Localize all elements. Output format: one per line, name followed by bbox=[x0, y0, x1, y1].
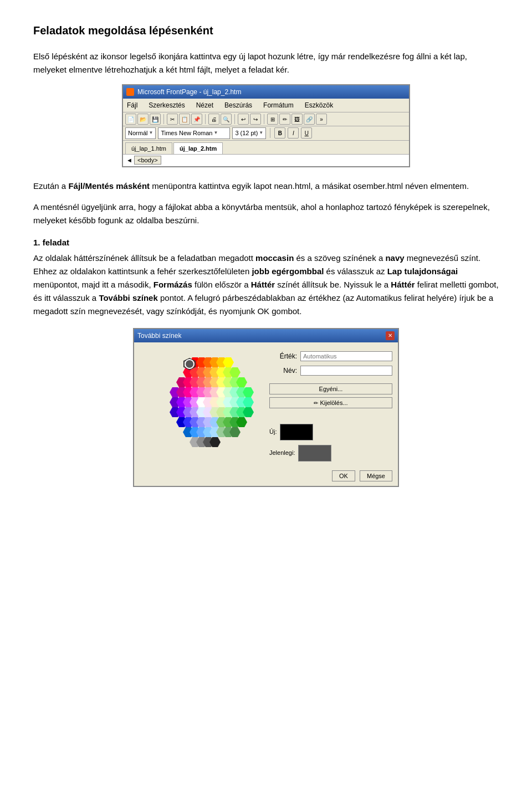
btn-italic[interactable]: I bbox=[288, 127, 299, 139]
paragraph-1: Első lépésként az ikonsor legelső ikonjá… bbox=[33, 50, 499, 76]
color-current-row: Jelenlegi: bbox=[269, 445, 392, 462]
tab2-label: új_lap_2.htm bbox=[180, 145, 217, 152]
style-value: Normál bbox=[128, 129, 147, 138]
label-ertek: Érték: bbox=[269, 351, 297, 361]
label-nev: Név: bbox=[269, 366, 297, 376]
btn-egyeni[interactable]: Egyéni... bbox=[269, 383, 392, 394]
input-ertek[interactable] bbox=[300, 351, 392, 361]
fp-app-icon bbox=[126, 88, 134, 96]
btn-preview[interactable]: 🔍 bbox=[221, 114, 232, 125]
dialog-titlebar: További színek ✕ bbox=[134, 329, 398, 342]
menu-formatum[interactable]: Formátum bbox=[262, 100, 295, 111]
bold-lap-tulajdonsagai: Lap tulajdonságai bbox=[387, 266, 458, 276]
btn-bold[interactable]: B bbox=[274, 127, 285, 139]
btn-save[interactable]: 💾 bbox=[150, 114, 161, 125]
menu-fajl[interactable]: Fájl bbox=[125, 100, 139, 111]
btn-copy[interactable]: 📋 bbox=[179, 114, 190, 125]
fp-menubar: Fájl Szerkesztés Nézet Beszúrás Formátum… bbox=[123, 99, 409, 112]
btn-draw[interactable]: ✏ bbox=[279, 114, 290, 125]
bold-tovabbi-szinek: További színek bbox=[99, 293, 157, 302]
bold-jobb-eger: jobb egérgombbal bbox=[252, 266, 324, 276]
btn-kijoles-label: Kijelölés... bbox=[320, 399, 347, 406]
dialog-right-panel: Érték: Név: Egyéni... ✏ Kijelölés... Új: bbox=[269, 348, 392, 462]
btn-kijoles[interactable]: ✏ Kijelölés... bbox=[269, 397, 392, 408]
eyedropper-icon: ✏ bbox=[314, 400, 318, 406]
dialog-close-button[interactable]: ✕ bbox=[386, 331, 395, 340]
fp-title-text: Microsoft FrontPage - új_lap_2.htm bbox=[137, 87, 241, 97]
field-ertek: Érték: bbox=[269, 351, 392, 361]
dialog-content: Érték: Név: Egyéni... ✏ Kijelölés... Új: bbox=[134, 342, 398, 467]
menu-beszuras[interactable]: Beszúrás bbox=[223, 100, 254, 111]
fp-format-bar: Normál ▼ Times New Roman ▼ 3 (12 pt) ▼ B… bbox=[123, 126, 409, 141]
tab-lap2[interactable]: új_lap_2.htm bbox=[173, 142, 223, 155]
btn-redo[interactable]: ↪ bbox=[250, 114, 261, 125]
color-dialog: További színek ✕ bbox=[133, 328, 399, 487]
menu-nezet[interactable]: Nézet bbox=[195, 100, 215, 111]
fp-titlebar: Microsoft FrontPage - új_lap_2.htm bbox=[123, 85, 409, 99]
menu-eszkozok[interactable]: Eszközök bbox=[303, 100, 335, 111]
fp-tabs: új_lap_1.htm új_lap_2.htm bbox=[123, 141, 409, 155]
paragraph-3: A mentésnél ügyeljünk arra, hogy a fájlo… bbox=[33, 201, 499, 227]
btn-cut[interactable]: ✂ bbox=[167, 114, 178, 125]
toolbar-sep-1 bbox=[163, 114, 164, 124]
btn-new[interactable]: 📄 bbox=[125, 114, 136, 125]
tab-lap1[interactable]: új_lap_1.htm bbox=[125, 142, 172, 155]
color-moccasin: moccasin bbox=[255, 253, 294, 263]
format-sep-1 bbox=[270, 128, 270, 138]
fp-toolbar: 📄 📂 💾 ✂ 📋 📌 🖨 🔍 ↩ ↪ ⊞ ✏ 🖼 🔗 » bbox=[123, 112, 409, 126]
size-value: 3 (12 pt) bbox=[235, 129, 258, 138]
bold-formazas: Formázás bbox=[154, 280, 192, 289]
paragraph-2: Ezután a Fájl/Mentés másként menüpontra … bbox=[33, 180, 499, 193]
btn-more[interactable]: » bbox=[316, 114, 327, 125]
input-nev[interactable] bbox=[300, 366, 392, 376]
color-wheel[interactable] bbox=[145, 349, 256, 460]
bold-hatter2: Háttér bbox=[391, 280, 415, 289]
toolbar-sep-2 bbox=[205, 114, 206, 124]
btn-cancel[interactable]: Mégse bbox=[360, 470, 392, 481]
color-wheel-container bbox=[140, 348, 262, 462]
section1-body: Az oldalak háttérszínének állítsuk be a … bbox=[33, 252, 499, 318]
size-select[interactable]: 3 (12 pt) ▼ bbox=[232, 127, 266, 139]
label-uj: Új: bbox=[269, 427, 277, 437]
frontpage-screenshot: Microsoft FrontPage - új_lap_2.htm Fájl … bbox=[122, 84, 410, 167]
btn-paste[interactable]: 📌 bbox=[191, 114, 202, 125]
font-value: Times New Roman bbox=[161, 129, 212, 138]
bold-hatter: Háttér bbox=[251, 280, 275, 289]
bold-fajl-mentes: Fájl/Mentés másként bbox=[68, 181, 150, 191]
btn-undo[interactable]: ↩ bbox=[238, 114, 249, 125]
fp-tag-bar: ◄ <body> bbox=[123, 154, 409, 166]
color-preview-new bbox=[280, 424, 313, 440]
body-tag: <body> bbox=[134, 156, 161, 165]
nav-arrow-left[interactable]: ◄ bbox=[126, 157, 132, 163]
btn-ok[interactable]: OK bbox=[332, 470, 355, 481]
section1-heading: 1. feladat bbox=[33, 236, 499, 249]
dialog-footer: OK Mégse bbox=[134, 467, 398, 486]
svg-point-84 bbox=[185, 360, 194, 368]
field-nev: Név: bbox=[269, 366, 392, 376]
toolbar-sep-4 bbox=[264, 114, 264, 124]
btn-image[interactable]: 🖼 bbox=[291, 114, 303, 125]
color-preview-row: Új: bbox=[269, 424, 392, 440]
btn-underline[interactable]: U bbox=[301, 127, 312, 139]
font-select[interactable]: Times New Roman ▼ bbox=[158, 127, 230, 139]
font-arrow: ▼ bbox=[214, 130, 218, 136]
style-select[interactable]: Normál ▼ bbox=[125, 127, 156, 139]
dialog-title: További színek bbox=[137, 331, 181, 341]
color-navy: navy bbox=[385, 253, 404, 263]
toolbar-sep-3 bbox=[234, 114, 235, 124]
btn-table[interactable]: ⊞ bbox=[267, 114, 278, 125]
btn-print[interactable]: 🖨 bbox=[208, 114, 219, 125]
color-preview-current bbox=[298, 445, 331, 462]
page-title: Feladatok megoldása lépésenként bbox=[33, 22, 499, 39]
tab1-label: új_lap_1.htm bbox=[131, 145, 166, 152]
style-arrow: ▼ bbox=[149, 130, 153, 136]
btn-open[interactable]: 📂 bbox=[137, 114, 149, 125]
menu-szerkesztes[interactable]: Szerkesztés bbox=[147, 100, 186, 111]
label-jelenlegi: Jelenlegi: bbox=[269, 448, 295, 458]
size-arrow: ▼ bbox=[259, 130, 263, 136]
btn-hyperlink[interactable]: 🔗 bbox=[304, 114, 315, 125]
